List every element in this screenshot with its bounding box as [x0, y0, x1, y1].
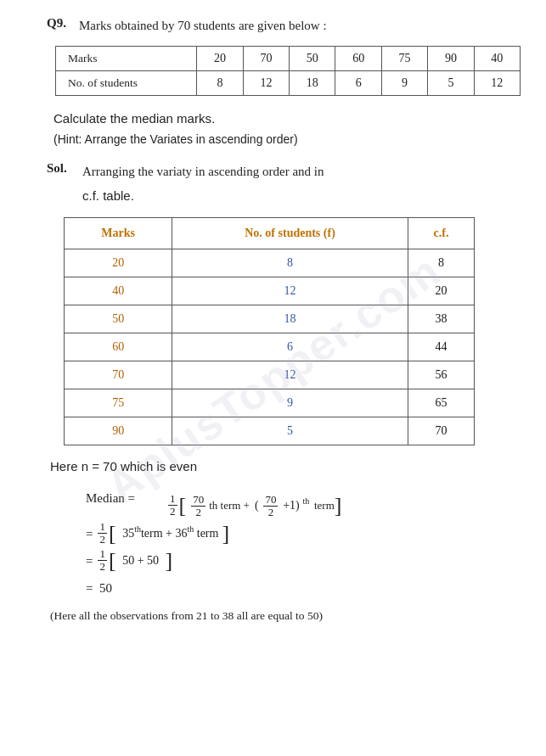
cf-table: Marks No. of students (f) c.f. 208840122…: [64, 217, 475, 445]
cf-table-row: 90570: [65, 417, 475, 445]
cf-marks-cell: 90: [65, 417, 172, 445]
cf-freq-cell: 6: [172, 333, 408, 361]
cf-marks-cell: 50: [65, 305, 172, 333]
term1-wrap: 70 2: [189, 492, 207, 518]
cf-cf-cell: 44: [408, 333, 474, 361]
cf-table-row: 401220: [65, 277, 475, 305]
close-bracket: ]: [335, 495, 342, 517]
freq-12b: 12: [474, 71, 520, 96]
calculate-text: Calculate the median marks.: [53, 108, 521, 130]
mark-70: 70: [243, 47, 289, 71]
half-den2: 2: [98, 534, 107, 546]
sol-label: Sol.: [47, 161, 82, 176]
cf-freq-header: No. of students (f): [172, 217, 408, 249]
question-block: Q9. Marks obtained by 70 students are gi…: [47, 15, 521, 36]
cf-cf-cell: 56: [408, 361, 474, 389]
hint-text: (Hint: Arrange the Variates in ascending…: [53, 130, 521, 150]
cf-freq-cell: 9: [172, 389, 408, 417]
calculate-block: Calculate the median marks. (Hint: Arran…: [53, 108, 521, 149]
question-label: Q9.: [47, 15, 79, 31]
cf-marks-cell: 40: [65, 277, 172, 305]
term1-den: 2: [194, 507, 203, 518]
freq-5: 5: [428, 71, 474, 96]
half-frac3: 1 2: [98, 548, 107, 574]
cf-cf-cell: 70: [408, 417, 474, 445]
close-bracket2: ]: [222, 523, 229, 545]
median-line2: = 1 2 [ 35thterm + 36th term ]: [86, 521, 521, 546]
term-word: term: [314, 499, 335, 512]
cf-table-row: 701256: [65, 361, 475, 389]
cf-table-row: 60644: [65, 333, 475, 361]
freq-8: 8: [197, 71, 243, 96]
solution-section: Sol. Arranging the variaty in ascending …: [47, 161, 521, 206]
cf-table-row: 501838: [65, 305, 475, 333]
term1-th: th term +: [209, 495, 250, 517]
cf-freq-cell: 5: [172, 417, 408, 445]
cf-header-row: Marks No. of students (f) c.f.: [65, 217, 475, 249]
median-line3: = 1 2 [ 50 + 50 ]: [86, 548, 521, 574]
equals2: =: [86, 521, 93, 546]
cf-freq-cell: 8: [172, 249, 408, 277]
sol-text1: Arranging the variaty in ascending order…: [82, 161, 324, 182]
term35: 35thterm + 36th term: [120, 521, 219, 546]
open-bracket2: [: [109, 523, 116, 545]
cf-freq-cell: 18: [172, 305, 408, 333]
term1-frac: 70 2: [191, 494, 205, 519]
sum-values: 50 + 50: [120, 549, 162, 573]
half-num2: 1: [98, 521, 107, 534]
median-section: Here n = 70 which is even Median = 1 2 […: [50, 456, 521, 624]
term2-num: 70: [263, 494, 278, 507]
frac-denominator: 2: [168, 506, 177, 518]
mark-60: 60: [335, 47, 381, 71]
cf-marks-cell: 60: [65, 333, 172, 361]
half-frac2: 1 2: [98, 521, 107, 546]
mark-90: 90: [428, 47, 474, 71]
cf-cf-header: c.f.: [408, 217, 474, 249]
cf-table-wrap: Marks No. of students (f) c.f. 208840122…: [64, 217, 521, 445]
open-bracket: [: [179, 495, 187, 517]
frac-numerator: 1: [168, 493, 177, 506]
median-formula: Median = 1 2 [ 70 2 th term +: [86, 485, 521, 600]
mark-75: 75: [381, 47, 427, 71]
median-label: Median =: [86, 485, 166, 511]
equals3: =: [86, 548, 93, 574]
median-line4: = 50: [86, 575, 521, 601]
term2-th-sup: th: [302, 496, 309, 506]
cf-marks-cell: 75: [65, 389, 172, 417]
cf-marks-cell: 70: [65, 361, 172, 389]
freq-12a: 12: [243, 71, 289, 96]
mark-40: 40: [474, 47, 520, 71]
term1-num: 70: [191, 494, 205, 507]
page: AplusTopper.com Q9. Marks obtained by 70…: [0, 0, 546, 756]
mark-20: 20: [197, 47, 243, 71]
question-table-wrap: Marks 20 70 50 60 75 90 40 No. of studen…: [55, 46, 521, 96]
cf-cf-cell: 20: [408, 277, 474, 305]
cf-marks-header: Marks: [65, 217, 172, 249]
cf-cf-cell: 38: [408, 305, 474, 333]
sol-text2: c.f. table.: [82, 185, 521, 207]
half-frac: 1 2: [168, 493, 177, 518]
cf-table-row: 75965: [65, 389, 475, 417]
note-line: (Here all the observations from 21 to 38…: [50, 608, 521, 624]
table-row: No. of students 8 12 18 6 9 5 12: [56, 71, 521, 96]
question-text: Marks obtained by 70 students are given …: [79, 15, 327, 36]
half-num3: 1: [98, 548, 107, 561]
cf-cf-cell: 65: [408, 389, 474, 417]
sol-line1: Sol. Arranging the variaty in ascending …: [47, 161, 521, 182]
term2-wrap: ( 70 2 +1) th term: [255, 492, 335, 518]
freq-18: 18: [290, 71, 335, 96]
marks-header: Marks: [56, 47, 197, 71]
median-line1: Median = 1 2 [ 70 2 th term +: [86, 485, 521, 518]
result-line: = 50: [86, 575, 112, 601]
open-bracket3: [: [109, 550, 116, 572]
term2-den: 2: [267, 507, 276, 518]
term2-frac: 70 2: [263, 494, 278, 519]
mark-50: 50: [290, 47, 335, 71]
table-row: Marks 20 70 50 60 75 90 40: [56, 47, 521, 71]
cf-marks-cell: 20: [65, 249, 172, 277]
here-line: Here n = 70 which is even: [50, 456, 521, 478]
cf-freq-cell: 12: [172, 361, 408, 389]
students-label: No. of students: [56, 71, 197, 96]
cf-table-row: 2088: [65, 249, 475, 277]
cf-cf-cell: 8: [408, 249, 474, 277]
